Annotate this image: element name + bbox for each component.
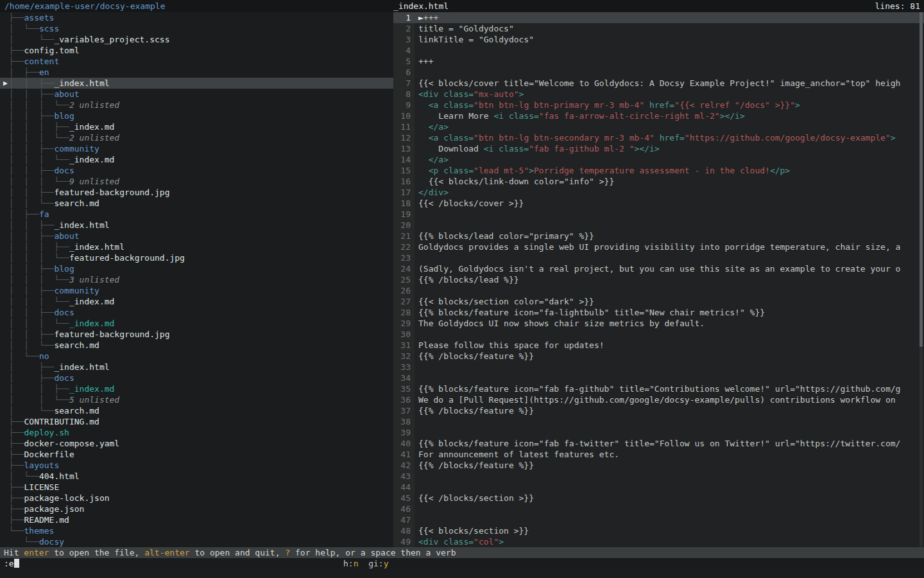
code-segment: {{< blocks/section color="dark" >}} <box>418 297 594 306</box>
tree-branch-lines: │ │ ├── <box>9 231 54 241</box>
code-line-21: 21{{% blocks/lead color="primary" %}} <box>393 231 924 241</box>
tree-row-docs[interactable]: │ │ ├──docs <box>0 307 393 318</box>
code-line-10: 10 Learn More <i class="fas fa-arrow-alt… <box>393 110 924 121</box>
command-input[interactable]: :e <box>4 558 19 569</box>
tree-row--index-html[interactable]: │ │ ├──_index.html <box>0 220 393 231</box>
code-line-22: 22Goldydocs provides a single web UI pro… <box>393 241 924 252</box>
tree-row--index-md[interactable]: │ │ │ └──_index.md <box>0 154 393 165</box>
tree-row-community[interactable]: │ │ ├──community <box>0 285 393 296</box>
code-segment: {{% blocks/lead color="primary" %}} <box>418 231 594 241</box>
tree-row-community[interactable]: │ │ ├──community <box>0 143 393 154</box>
code-text: title = "Goldydocs" <box>418 24 514 33</box>
code-segment: </div> <box>418 188 449 197</box>
line-number: 8 <box>393 89 411 100</box>
tree-row--index-md[interactable]: │ │ │ └──_index.md <box>0 296 393 307</box>
tree-row-assets[interactable]: ├──assets <box>0 12 393 23</box>
tree-label: about <box>54 89 79 99</box>
code-line-33: 33 <box>393 362 924 372</box>
tree-row-docker-compose-yaml[interactable]: ├──docker-compose.yaml <box>0 438 393 449</box>
tree-row--variables-project-scss[interactable]: │ └──_variables_project.scss <box>0 34 393 45</box>
code-text: Goldydocs provides a single web UI provi… <box>418 242 900 252</box>
tree-row-package-lock-json[interactable]: ├──package-lock.json <box>0 493 393 504</box>
code-line-23: 23 <box>393 252 924 263</box>
line-number: 5 <box>393 56 411 67</box>
command-input-row[interactable]: :e h:n gi:y <box>0 558 924 569</box>
tree-branch-lines: │ │ │ └── <box>9 253 69 263</box>
code-line-42: 42{{% /blocks/feature %}} <box>393 460 924 471</box>
tree-row-readme-md[interactable]: ├──README.md <box>0 514 393 525</box>
tree-row-docs[interactable]: │ ├──docs <box>0 372 393 383</box>
tree-row-featured-background-jpg[interactable]: │ │ ├──featured-background.jpg <box>0 187 393 198</box>
tree-row-about[interactable]: │ │ ├──about <box>0 231 393 241</box>
line-number: 40 <box>393 438 411 449</box>
tree-row-no[interactable]: │ └──no <box>0 351 393 362</box>
tree-row-package-json[interactable]: ├──package.json <box>0 504 393 514</box>
tree-branch-lines: │ ├── <box>9 362 54 372</box>
line-number: 6 <box>393 67 411 78</box>
code-segment: href= <box>644 100 674 110</box>
code-line-47: 47 <box>393 514 924 525</box>
tree-branch-lines: │ ├── <box>9 373 54 383</box>
tree-row-blog[interactable]: │ │ ├──blog <box>0 263 393 274</box>
tree-row-docsy[interactable]: └──docsy <box>0 536 393 547</box>
code-line-49: 49<div class="col"> <box>393 536 924 547</box>
tree-label: Dockerfile <box>24 450 74 459</box>
tree-row-docs[interactable]: │ │ ├──docs <box>0 165 393 176</box>
tree-row-dockerfile[interactable]: ├──Dockerfile <box>0 449 393 460</box>
tree-row-layouts[interactable]: ├──layouts <box>0 460 393 471</box>
status-key-hint: enter <box>24 548 49 557</box>
tree-row--index-html[interactable]: │ ├──_index.html <box>0 362 393 372</box>
preview-scrollbar[interactable] <box>920 12 923 547</box>
code-segment: "lead mt-5" <box>474 166 529 175</box>
tree-row-blog[interactable]: │ │ ├──blog <box>0 110 393 121</box>
tree-row-5-unlisted[interactable]: │ │ └──5 unlisted <box>0 394 393 405</box>
tree-row--index-html[interactable]: ▶│ │ ├──_index.html <box>0 78 393 89</box>
code-line-31: 31Please follow this space for updates! <box>393 340 924 351</box>
code-line-14: 14 </a> <box>393 154 924 165</box>
tree-row-3-unlisted[interactable]: │ │ │ └──3 unlisted <box>0 274 393 285</box>
tree-row-search-md[interactable]: │ │ └──search.md <box>0 340 393 351</box>
tree-row--index-html[interactable]: │ │ │ ├──_index.html <box>0 241 393 252</box>
tree-row-search-md[interactable]: │ │ └──search.md <box>0 198 393 209</box>
code-line-12: 12 <a class="btn btn-lg btn-secondary mr… <box>393 132 924 143</box>
tree-row-featured-background-jpg[interactable]: │ │ │ └──featured-background.jpg <box>0 252 393 263</box>
tree-row-about[interactable]: │ │ ├──about <box>0 89 393 100</box>
breadcrumb-path[interactable]: /home/example-user/docsy-example <box>4 1 165 12</box>
line-number: 43 <box>393 471 411 482</box>
tree-row-9-unlisted[interactable]: │ │ │ └──9 unlisted <box>0 176 393 187</box>
tree-label: themes <box>24 526 54 536</box>
tree-branch-lines: ├── <box>9 493 24 503</box>
tree-row-search-md[interactable]: │ └──search.md <box>0 405 393 416</box>
tree-row-license[interactable]: ├──LICENSE <box>0 482 393 493</box>
tree-row--index-md[interactable]: │ │ ├──_index.md <box>0 383 393 394</box>
line-number: 18 <box>393 198 411 209</box>
tree-row-2-unlisted[interactable]: │ │ │ └──2 unlisted <box>0 100 393 110</box>
code-text: We do a [Pull Request](https://github.co… <box>418 395 900 405</box>
tree-row-deploy-sh[interactable]: ├──deploy.sh <box>0 427 393 438</box>
tree-row-config-toml[interactable]: ├──config.toml <box>0 45 393 56</box>
code-line-6: 6 <box>393 67 924 78</box>
code-line-30: 30 <box>393 329 924 340</box>
tree-row-en[interactable]: │ ├──en <box>0 67 393 78</box>
tree-row-scss[interactable]: │ └──scss <box>0 23 393 34</box>
tree-label: _variables_project.scss <box>54 35 169 44</box>
tree-row-contributing-md[interactable]: ├──CONTRIBUTING.md <box>0 416 393 427</box>
code-line-16: 16 {{< blocks/link-down color="info" >}} <box>393 176 924 187</box>
tree-row-2-unlisted[interactable]: │ │ │ └──2 unlisted <box>0 132 393 143</box>
code-text: {{< blocks/link-down color="info" >}} <box>418 177 614 186</box>
line-number: 41 <box>393 449 411 460</box>
code-line-20: 20 <box>393 220 924 231</box>
tree-label: content <box>24 57 59 66</box>
code-line-39: 39 <box>393 427 924 438</box>
tree-row-content[interactable]: ├──content <box>0 56 393 67</box>
tree-row-featured-background-jpg[interactable]: │ │ ├──featured-background.jpg <box>0 329 393 340</box>
tree-row--index-md[interactable]: │ │ │ └──_index.md <box>0 318 393 329</box>
tree-row-404-html[interactable]: │ └──404.html <box>0 471 393 482</box>
scrollbar-thumb[interactable] <box>920 12 923 347</box>
status-bar: Hit enter to open the file, alt-enter to… <box>0 547 924 558</box>
tree-row-fa[interactable]: │ ├──fa <box>0 209 393 220</box>
line-number: 32 <box>393 351 411 362</box>
code-text: {{% blocks/feature icon="fa-lightbulb" t… <box>418 308 765 317</box>
tree-row--index-md[interactable]: │ │ │ ├──_index.md <box>0 121 393 132</box>
tree-row-themes[interactable]: └──themes <box>0 525 393 536</box>
